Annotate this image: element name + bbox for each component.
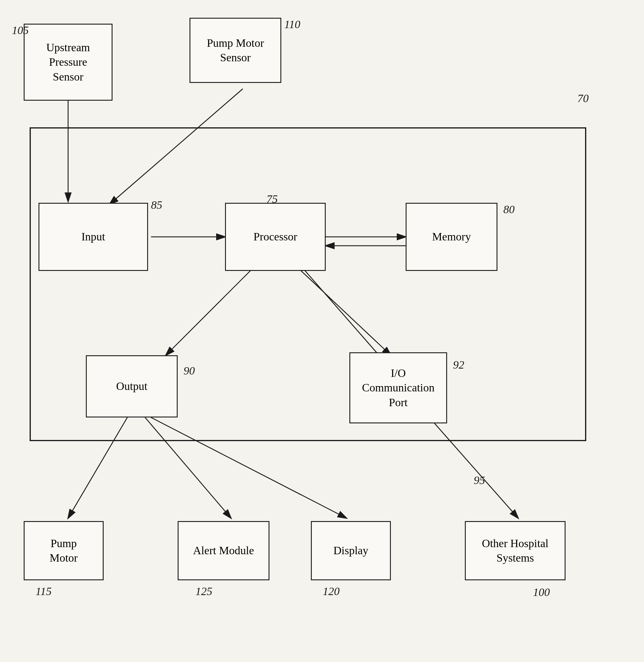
upstream-pressure-sensor-box: UpstreamPressureSensor (24, 24, 113, 101)
pump-motor-box: PumpMotor (24, 521, 104, 580)
label-120: 120 (323, 585, 340, 598)
label-90: 90 (184, 364, 195, 377)
pump-motor-sensor-box: Pump MotorSensor (189, 18, 281, 83)
label-75: 75 (267, 192, 278, 205)
processor-box: Processor (225, 203, 326, 271)
pump-motor-label: PumpMotor (50, 536, 78, 566)
label-110: 110 (284, 18, 300, 31)
memory-box: Memory (406, 203, 498, 271)
output-box: Output (86, 355, 178, 417)
other-hospital-systems-box: Other HospitalSystems (465, 521, 566, 580)
label-125: 125 (196, 585, 212, 598)
alert-module-label: Alert Module (193, 543, 254, 558)
label-70: 70 (577, 92, 589, 105)
alert-module-box: Alert Module (178, 521, 270, 580)
output-label: Output (116, 379, 147, 393)
other-hospital-systems-label: Other HospitalSystems (482, 536, 549, 566)
upstream-pressure-sensor-label: UpstreamPressureSensor (46, 40, 90, 84)
display-label: Display (334, 543, 368, 558)
io-comm-port-label: I/OCommunicationPort (362, 366, 435, 410)
label-85: 85 (151, 198, 162, 211)
processor-label: Processor (253, 229, 297, 244)
label-80: 80 (503, 203, 514, 216)
pump-motor-sensor-label: Pump MotorSensor (207, 36, 264, 65)
label-95: 95 (474, 474, 485, 487)
label-105: 105 (12, 24, 29, 37)
io-comm-port-box: I/OCommunicationPort (349, 352, 447, 424)
input-box: Input (39, 203, 148, 271)
input-label: Input (82, 229, 105, 244)
memory-label: Memory (432, 229, 471, 244)
label-115: 115 (36, 585, 51, 598)
label-100: 100 (533, 586, 550, 599)
display-box: Display (311, 521, 391, 580)
label-92: 92 (453, 358, 464, 371)
